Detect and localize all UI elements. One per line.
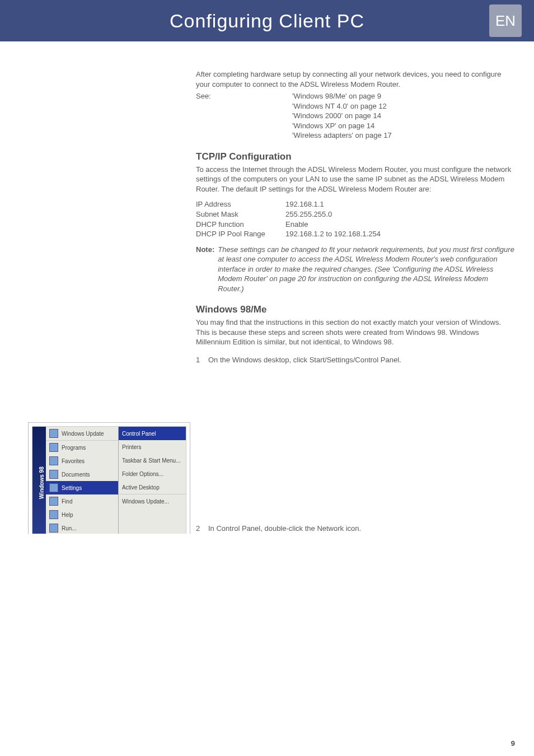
- see-item: 'Windows 2000' on page 14: [292, 111, 392, 121]
- submenu-item[interactable]: Folder Options...: [119, 467, 186, 480]
- see-label: See:: [196, 91, 292, 141]
- menu-label: Taskbar & Start Menu...: [122, 458, 181, 464]
- programs-icon: [49, 443, 58, 452]
- table-row: IP Address 192.168.1.1: [196, 199, 515, 209]
- submenu-item[interactable]: Active Desktop: [119, 480, 186, 494]
- update-icon: [49, 429, 58, 438]
- ip-settings-table: IP Address 192.168.1.1 Subnet Mask 255.2…: [196, 199, 515, 239]
- ip-label: DHCP IP Pool Range: [196, 229, 285, 239]
- ip-value: Enable: [285, 220, 308, 230]
- step-1: 1 On the Windows desktop, click Start/Se…: [196, 355, 515, 365]
- ip-label: DHCP function: [196, 220, 285, 230]
- step-text: On the Windows desktop, click Start/Sett…: [208, 355, 401, 365]
- see-item: 'Windows 98/Me' on page 9: [292, 91, 392, 101]
- favorites-icon: [49, 456, 58, 465]
- menu-label: Help: [62, 512, 73, 518]
- help-icon: [49, 510, 58, 519]
- ip-value: 192.168.1.2 to 192.168.1.254: [285, 229, 381, 239]
- menu-label: Settings: [62, 485, 82, 491]
- start-menu-item-settings[interactable]: Settings: [46, 481, 118, 494]
- section-heading-win98: Windows 98/Me: [196, 304, 515, 316]
- table-row: Subnet Mask 255.255.255.0: [196, 209, 515, 220]
- start-menu-item[interactable]: Programs: [46, 440, 118, 454]
- page-title: Configuring Client PC: [170, 10, 364, 32]
- settings-icon: [49, 483, 58, 492]
- note-block: Note: These settings can be changed to f…: [196, 245, 515, 294]
- step-number: 1: [196, 355, 208, 365]
- menu-label: Windows Update: [62, 431, 104, 437]
- submenu-item-control-panel[interactable]: Control Panel: [119, 427, 186, 440]
- windows-brand-strip: Windows 98: [32, 427, 46, 534]
- win98-paragraph: You may find that the instructions in th…: [196, 318, 515, 347]
- start-menu-item[interactable]: Favorites: [46, 454, 118, 468]
- ip-label: Subnet Mask: [196, 209, 285, 220]
- menu-label: Programs: [62, 445, 86, 451]
- menu-label: Windows Update...: [122, 498, 169, 505]
- documents-icon: [49, 470, 58, 479]
- start-menu-item[interactable]: Help: [46, 508, 118, 521]
- see-item: 'Windows XP' on page 14: [292, 121, 392, 131]
- menu-label: Run...: [62, 525, 77, 531]
- screenshot-start-menu: Windows 98 Windows Update Programs Favor…: [28, 422, 190, 534]
- note-body: These settings can be changed to fit you…: [218, 245, 515, 294]
- start-menu-item[interactable]: Run...: [46, 521, 118, 534]
- menu-label: Find: [62, 498, 72, 505]
- see-list: 'Windows 98/Me' on page 9 'Windows NT 4.…: [292, 91, 392, 141]
- start-menu-item[interactable]: Windows Update: [46, 427, 118, 440]
- note-label: Note:: [196, 245, 214, 294]
- submenu-item[interactable]: Taskbar & Start Menu...: [119, 454, 186, 467]
- table-row: DHCP IP Pool Range 192.168.1.2 to 192.16…: [196, 229, 515, 239]
- see-item: 'Wireless adapters' on page 17: [292, 130, 392, 141]
- page-header: Configuring Client PC EN: [0, 0, 534, 41]
- ip-value: 255.255.255.0: [285, 209, 332, 220]
- start-menu-item[interactable]: Documents: [46, 468, 118, 481]
- step-text: In Control Panel, double-click the Netwo…: [208, 524, 361, 534]
- intro-paragraph: After completing hardware setup by conne…: [196, 69, 515, 89]
- find-icon: [49, 497, 58, 506]
- menu-label: Control Panel: [122, 431, 156, 437]
- see-item: 'Windows NT 4.0' on page 12: [292, 101, 392, 111]
- language-badge: EN: [489, 4, 522, 37]
- submenu-item[interactable]: Windows Update...: [119, 494, 186, 508]
- settings-submenu: Control Panel Printers Taskbar & Start M…: [118, 427, 186, 534]
- ip-value: 192.168.1.1: [285, 199, 324, 209]
- section-heading-tcpip: TCP/IP Configuration: [196, 151, 515, 164]
- tcpip-paragraph: To access the Internet through the ADSL …: [196, 165, 515, 194]
- run-icon: [49, 524, 58, 533]
- submenu-item[interactable]: Printers: [119, 440, 186, 454]
- menu-label: Active Desktop: [122, 484, 160, 491]
- table-row: DHCP function Enable: [196, 220, 515, 230]
- ip-label: IP Address: [196, 199, 285, 209]
- menu-label: Printers: [122, 444, 141, 450]
- start-menu-list: Windows Update Programs Favorites Docume…: [46, 427, 118, 534]
- menu-label: Documents: [62, 472, 90, 478]
- step-2: 2 In Control Panel, double-click the Net…: [196, 524, 515, 534]
- step-number: 2: [196, 524, 208, 534]
- start-menu-item[interactable]: Find: [46, 494, 118, 508]
- menu-label: Folder Options...: [122, 471, 163, 477]
- menu-label: Favorites: [62, 458, 85, 464]
